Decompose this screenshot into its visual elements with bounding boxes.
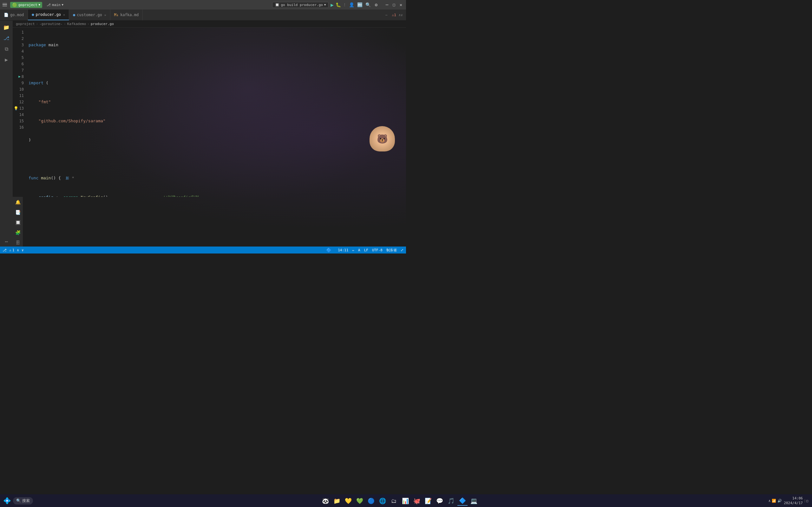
statusbar-nav-down[interactable]: ∨: [21, 248, 24, 252]
run-gutter-icon[interactable]: ▶: [18, 73, 20, 80]
sidebar-files-icon[interactable]: 📁: [1, 22, 12, 32]
sidebar-git-icon[interactable]: ⎇: [1, 33, 12, 43]
sidebar-more-icon[interactable]: ⋯: [1, 236, 12, 246]
kafka-md-tab-icon: M↓: [114, 13, 119, 17]
titlebar: 🟢 goproject ▼ ⎇ main ▼ 🔲 go build produc…: [0, 0, 406, 9]
run-config-dropdown[interactable]: 🔲 go build producer.go ▼: [272, 2, 328, 8]
line-numbers: 1 2 3 4 5 6 7 ▶ 8 9 10 11 12 💡 13 1: [13, 27, 27, 197]
go-mod-tab-label: go.mod: [10, 13, 24, 17]
code-line-5: "github.com/Shopify/sarama": [29, 118, 406, 124]
right-structure-icon[interactable]: 🔲: [14, 219, 21, 226]
kafka-md-tab-label: kafka.md: [120, 13, 139, 17]
profile-icon[interactable]: 👤: [349, 2, 354, 7]
tab-customer-go[interactable]: ● customer.go ✕: [69, 9, 110, 20]
right-plugins-icon[interactable]: 🧩: [14, 229, 21, 236]
breadcrumb-sep3: ›: [87, 22, 90, 26]
run-config-icon: 🔲: [275, 3, 280, 7]
tab-more-button[interactable]: ⋯: [382, 9, 391, 20]
titlebar-right: 👤 🔤 🔍 ⚙ ─ □ ✕: [349, 2, 403, 7]
main-area: 📁 ⎇ ⧉ ▶ ⋯ goproject › -goroutine- › Kafk…: [0, 20, 406, 246]
run-config-label: go build producer.go: [281, 3, 322, 7]
tab-kafka-md[interactable]: M↓ kafka.md: [110, 9, 143, 20]
left-sidebar: 📁 ⎇ ⧉ ▶ ⋯: [0, 20, 13, 246]
tab-go-mod[interactable]: 📄 go.mod: [0, 9, 28, 20]
statusbar-goland-logo: 🔷: [326, 247, 332, 252]
debug-button[interactable]: 🐛: [336, 2, 341, 7]
sidebar-run-icon[interactable]: ▶: [1, 55, 12, 65]
settings-icon[interactable]: ⚙: [374, 2, 379, 7]
statusbar-branch-icon: ⎇: [3, 248, 7, 252]
chevron-down-icon: ▼: [324, 3, 326, 6]
sidebar-structure-icon[interactable]: ⧉: [1, 44, 12, 54]
run-button[interactable]: ▶: [331, 2, 334, 8]
statusbar-warning-count: 1: [12, 248, 14, 252]
project-badge[interactable]: 🟢 goproject ▼: [10, 2, 42, 8]
menu-icon[interactable]: [3, 2, 8, 7]
breadcrumb-sep1: ›: [36, 22, 38, 26]
statusbar-file-type: 制东省: [386, 248, 397, 252]
customer-go-close-icon[interactable]: ✕: [104, 13, 106, 17]
producer-go-tab-label: producer.go: [36, 12, 61, 17]
breadcrumb-goproject[interactable]: goproject: [16, 22, 35, 26]
window-controls: ─ □ ✕: [385, 2, 403, 7]
breadcrumb-sep2: ›: [64, 22, 66, 26]
statusbar: ⎇ ⚠ 1 ∧ ∨ 🔷 14:11 ✏ A LF UTF-8 制东省 ⤢: [0, 246, 406, 253]
warning-icon: ⚠: [392, 13, 394, 17]
right-sidebar: 🔔 📑 🔲 🧩 🗄: [13, 197, 23, 246]
translate-icon[interactable]: 🔤: [357, 2, 362, 7]
code-line-7: [29, 156, 406, 162]
titlebar-left: 🟢 goproject ▼ ⎇ main ▼: [3, 2, 270, 8]
right-notifications-icon[interactable]: 🔔: [14, 199, 21, 206]
statusbar-line-ending[interactable]: LF: [364, 248, 368, 252]
statusbar-warning-icon: ⚠: [9, 248, 11, 252]
statusbar-expand-icon[interactable]: ⤢: [401, 248, 403, 252]
lightbulb-icon[interactable]: 💡: [14, 105, 18, 112]
statusbar-left: ⎇ ⚠ 1 ∧ ∨: [3, 248, 24, 252]
close-button[interactable]: ✕: [398, 2, 403, 7]
producer-go-tab-icon: ●: [32, 12, 34, 17]
titlebar-center: 🔲 go build producer.go ▼ ▶ 🐛 ⋮: [272, 2, 346, 8]
breadcrumb: goproject › -goroutine- › Kafkademo › pr…: [13, 20, 406, 27]
code-line-2: [29, 61, 406, 67]
statusbar-encoding[interactable]: UTF-8: [372, 248, 383, 252]
more-actions-button[interactable]: ⋮: [343, 3, 346, 7]
code-content[interactable]: package main import ( "fmt" "github.com/…: [27, 27, 406, 197]
nav-arrows[interactable]: ∧∨: [399, 13, 403, 17]
right-database-icon[interactable]: 🗄: [14, 239, 21, 246]
statusbar-warnings[interactable]: ⚠ 1: [9, 248, 14, 252]
statusbar-spell-icon[interactable]: A: [358, 248, 360, 252]
code-line-3: import (: [29, 80, 406, 86]
code-line-1: package main: [29, 42, 406, 48]
customer-go-tab-icon: ●: [73, 13, 75, 17]
code-editor[interactable]: 1 2 3 4 5 6 7 ▶ 8 9 10 11 12 💡 13 1: [13, 27, 406, 197]
line-col-text: 14:11: [338, 248, 348, 252]
editor-tabbar: 📄 go.mod ● producer.go ✕ ● customer.go ✕…: [0, 9, 406, 20]
search-icon[interactable]: 🔍: [365, 2, 370, 7]
branch-name: main: [52, 3, 61, 7]
minimize-button[interactable]: ─: [385, 2, 390, 7]
maximize-button[interactable]: □: [392, 2, 397, 7]
go-mod-tab-icon: 📄: [4, 13, 9, 17]
branch-icon: ⎇: [47, 3, 51, 7]
code-line-6: ): [29, 137, 406, 143]
statusbar-nav-up[interactable]: ∧: [17, 248, 19, 252]
code-line-4: "fmt": [29, 99, 406, 105]
statusbar-git[interactable]: ⎇: [3, 248, 7, 252]
tab-producer-go[interactable]: ● producer.go ✕: [28, 9, 69, 20]
branch-badge[interactable]: ⎇ main ▼: [45, 2, 65, 8]
code-line-9: config := sarama.NewConfig() //创建config实…: [29, 194, 406, 197]
statusbar-edit-icon[interactable]: ✏: [352, 248, 354, 252]
statusbar-line-col[interactable]: 14:11: [338, 248, 348, 252]
editor-container: goproject › -goroutine- › Kafkademo › pr…: [13, 20, 406, 246]
breadcrumb-kafkademo[interactable]: Kafkademo: [67, 22, 86, 26]
right-bookmarks-icon[interactable]: 📑: [14, 209, 21, 216]
statusbar-right: 🔷 14:11 ✏ A LF UTF-8 制东省 ⤢: [326, 247, 403, 252]
breadcrumb-goroutine[interactable]: -goroutine-: [39, 22, 62, 26]
code-line-8: func main() { 新 *: [29, 175, 406, 181]
project-name: goproject: [18, 3, 38, 7]
producer-go-close-icon[interactable]: ✕: [63, 13, 65, 16]
breadcrumb-producer-go[interactable]: producer.go: [91, 22, 114, 26]
warnings-indicator: ⚠ 1 ∧∨: [392, 9, 406, 20]
customer-go-tab-label: customer.go: [77, 13, 102, 17]
goland-icon: 🔷: [326, 247, 332, 252]
